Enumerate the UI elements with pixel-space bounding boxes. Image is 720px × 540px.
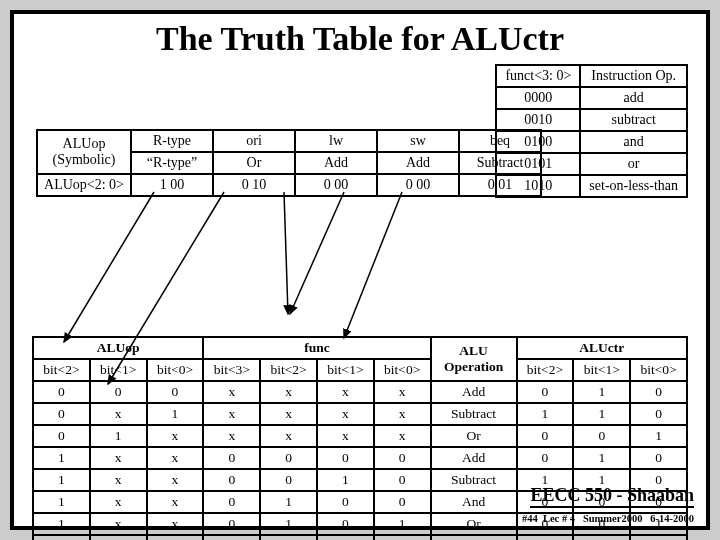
table-cell: Subtract xyxy=(431,403,517,425)
table-cell: 1 xyxy=(33,535,90,540)
table-cell: 1 xyxy=(317,535,374,540)
page-title: The Truth Table for ALUctr xyxy=(14,20,706,58)
colhdr: bit<2> xyxy=(260,359,317,381)
aluctr-section: ALUctr xyxy=(517,337,687,359)
cell: add xyxy=(580,87,687,109)
table-cell: 0 xyxy=(630,447,687,469)
cell: lw xyxy=(295,130,377,152)
table-cell: x xyxy=(260,425,317,447)
cell: or xyxy=(580,153,687,175)
table-cell: x xyxy=(90,535,147,540)
table-cell: 0 xyxy=(630,381,687,403)
colhdr: bit<1> xyxy=(317,359,374,381)
table-cell: 0 xyxy=(260,535,317,540)
table-cell: 1 xyxy=(630,535,687,540)
table-cell: Set on < xyxy=(431,535,517,540)
table-cell: Subtract xyxy=(431,469,517,491)
table-cell: 0 xyxy=(517,425,574,447)
table-cell: Or xyxy=(431,425,517,447)
table-cell: x xyxy=(147,469,204,491)
cell: 0 00 xyxy=(295,174,377,196)
cell: sw xyxy=(377,130,459,152)
table-cell: x xyxy=(90,447,147,469)
table-cell: 0 xyxy=(374,469,431,491)
table-cell: 0 xyxy=(517,447,574,469)
table-cell: 1 xyxy=(317,469,374,491)
cell: 0 00 xyxy=(377,174,459,196)
table-cell: 0 xyxy=(33,403,90,425)
table-cell: x xyxy=(90,469,147,491)
cell: 1 00 xyxy=(131,174,213,196)
table-cell: x xyxy=(203,425,260,447)
instr-op-header: Instruction Op. xyxy=(580,65,687,87)
table-cell: 0 xyxy=(203,513,260,535)
table-cell: 0 xyxy=(374,447,431,469)
table-cell: Or xyxy=(431,513,517,535)
funct-header: funct<3: 0> xyxy=(496,65,580,87)
table-cell: x xyxy=(203,403,260,425)
table-cell: 1 xyxy=(573,403,630,425)
colhdr: bit<1> xyxy=(90,359,147,381)
table-cell: 1 xyxy=(33,513,90,535)
func-section: func xyxy=(203,337,430,359)
table-cell: 0 xyxy=(317,513,374,535)
aluop-symb-label: ALUop (Symbolic) xyxy=(37,130,131,174)
table-cell: 0 xyxy=(90,381,147,403)
table-cell: 0 xyxy=(517,381,574,403)
cell: 0010 xyxy=(496,109,580,131)
table-cell: 1 xyxy=(33,447,90,469)
page-footer: #44 Lec # 4 Summer2000 6-14-2000 xyxy=(522,513,694,524)
cell: ori xyxy=(213,130,295,152)
table-cell: 0 xyxy=(260,447,317,469)
colhdr: bit<0> xyxy=(630,359,687,381)
table-cell: 0 xyxy=(203,491,260,513)
table-cell: 1 xyxy=(374,513,431,535)
cell: 0 01 xyxy=(459,174,541,196)
aluop-symbolic-table: ALUop (Symbolic) R-type ori lw sw beq “R… xyxy=(36,129,542,197)
table-cell: 0 xyxy=(33,425,90,447)
table-cell: x xyxy=(90,403,147,425)
cell: beq xyxy=(459,130,541,152)
colhdr: bit<0> xyxy=(374,359,431,381)
table-cell: x xyxy=(317,381,374,403)
table-cell: x xyxy=(260,403,317,425)
table-cell: 0 xyxy=(374,491,431,513)
table-cell: x xyxy=(90,491,147,513)
truth-table: ALUop func ALU Operation ALUctr bit<2> b… xyxy=(32,336,688,540)
table-cell: 0 xyxy=(203,447,260,469)
table-cell: 1 xyxy=(33,469,90,491)
table-cell: 1 xyxy=(573,447,630,469)
cell: and xyxy=(580,131,687,153)
colhdr: bit<2> xyxy=(517,359,574,381)
cell: set-on-less-than xyxy=(580,175,687,197)
table-cell: 1 xyxy=(33,491,90,513)
table-cell: x xyxy=(317,403,374,425)
table-cell: 0 xyxy=(317,447,374,469)
table-cell: 0 xyxy=(33,381,90,403)
table-cell: 0 xyxy=(147,381,204,403)
table-cell: 0 xyxy=(317,491,374,513)
colhdr: bit<2> xyxy=(33,359,90,381)
table-cell: 1 xyxy=(630,425,687,447)
table-cell: 0 xyxy=(260,469,317,491)
cell: R-type xyxy=(131,130,213,152)
table-cell: x xyxy=(147,513,204,535)
table-cell: x xyxy=(147,447,204,469)
colhdr: bit<0> xyxy=(147,359,204,381)
cell: subtract xyxy=(580,109,687,131)
aluop-bits-label: ALUop<2: 0> xyxy=(37,174,131,196)
cell: 0000 xyxy=(496,87,580,109)
table-cell: 0 xyxy=(203,469,260,491)
table-cell: 0 xyxy=(630,403,687,425)
table-cell: x xyxy=(147,491,204,513)
table-cell: 1 xyxy=(90,425,147,447)
table-cell: 1 xyxy=(260,491,317,513)
table-cell: 1 xyxy=(517,403,574,425)
table-cell: 1 xyxy=(517,535,574,540)
table-cell: 1 xyxy=(203,535,260,540)
table-cell: 1 xyxy=(573,535,630,540)
table-cell: x xyxy=(147,535,204,540)
table-cell: x xyxy=(374,403,431,425)
table-cell: x xyxy=(260,381,317,403)
table-cell: Add xyxy=(431,381,517,403)
